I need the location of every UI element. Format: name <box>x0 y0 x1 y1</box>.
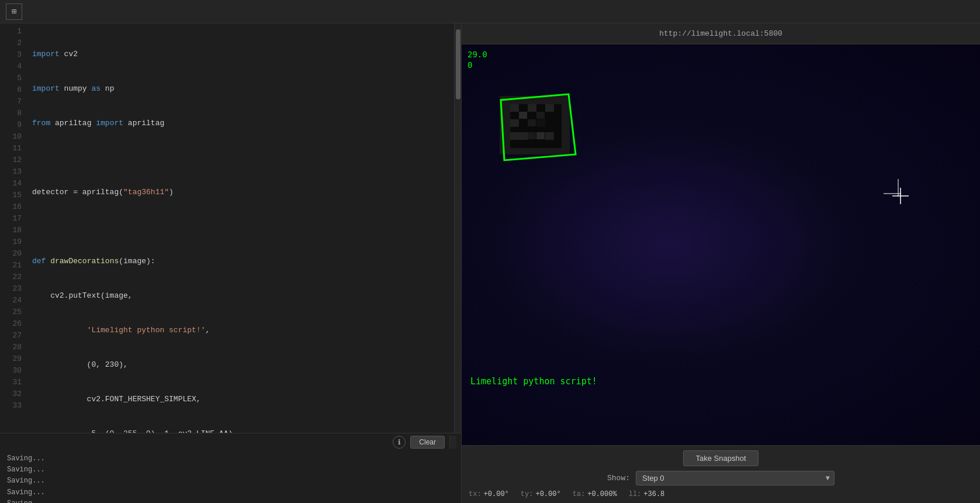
right-controls: Take Snapshot Show: Step 0 Step 1 Step 2… <box>462 445 980 503</box>
metric-ty-value: +0.00° <box>535 490 560 498</box>
svg-rect-13 <box>528 119 536 126</box>
clear-button[interactable]: Clear <box>410 436 445 449</box>
editor-panel: 12345 678910 1112131415 1617181920 21222… <box>0 23 462 503</box>
metric-tx: tx: +0.00° <box>469 490 509 498</box>
console-line-3: Saving... <box>7 476 454 487</box>
snapshot-row: Take Snapshot <box>469 450 973 466</box>
metric-ty-label: ty: <box>521 490 534 498</box>
console-line-4: Saving... <box>7 487 454 498</box>
console-output: Saving... Saving... Saving... Saving... … <box>0 451 461 503</box>
metric-ta-value: +0.000% <box>587 490 617 498</box>
overlay-number-2: 0 <box>468 60 487 70</box>
svg-rect-8 <box>510 132 519 140</box>
camera-url: http://limelight.local:5800 <box>659 29 782 38</box>
camera-overlay: 29.0 0 <box>468 49 487 70</box>
svg-rect-9 <box>519 132 528 140</box>
camera-view: 29.0 0 <box>462 44 980 445</box>
app-icon[interactable]: ⊞ <box>6 4 22 20</box>
april-tag <box>494 91 576 161</box>
console-line-5: Saving... <box>7 498 454 503</box>
metric-tx-value: +0.00° <box>484 490 509 498</box>
metric-ll-label: ll: <box>629 490 642 498</box>
svg-rect-10 <box>545 132 554 140</box>
svg-rect-15 <box>536 132 545 139</box>
svg-rect-11 <box>519 112 527 119</box>
line-numbers: 12345 678910 1112131415 1617181920 21222… <box>0 23 26 433</box>
camera-text: Limelight python script! <box>470 376 597 387</box>
console-area: ℹ Clear Saving... Saving... Saving... Sa… <box>0 433 461 503</box>
svg-rect-4 <box>528 104 536 112</box>
snapshot-button[interactable]: Take Snapshot <box>683 450 758 466</box>
top-bar: ⊞ <box>0 0 980 23</box>
code-area: 12345 678910 1112131415 1617181920 21222… <box>0 23 461 433</box>
console-toolbar: ℹ Clear <box>0 433 461 451</box>
show-label: Show: <box>607 474 630 483</box>
show-row: Show: Step 0 Step 1 Step 2 Step 3 ▼ <box>469 471 973 485</box>
metric-ty: ty: +0.00° <box>521 490 561 498</box>
metrics-row: tx: +0.00° ty: +0.00° ta: +0.000% ll: +3… <box>469 490 973 498</box>
metric-tx-label: tx: <box>469 490 482 498</box>
main-content: 12345 678910 1112131415 1617181920 21222… <box>0 23 980 503</box>
overlay-number-1: 29.0 <box>468 49 487 60</box>
console-line-2: Saving... <box>7 464 454 476</box>
camera-url-bar: http://limelight.local:5800 <box>462 23 980 44</box>
info-icon[interactable]: ℹ <box>393 436 406 449</box>
svg-rect-3 <box>510 104 519 112</box>
svg-rect-7 <box>536 119 545 127</box>
show-select-wrapper: Step 0 Step 1 Step 2 Step 3 ▼ <box>636 471 834 485</box>
scrollbar-thumb[interactable] <box>456 29 460 99</box>
metric-ta: ta: +0.000% <box>573 490 617 498</box>
metric-ll-value: +36.8 <box>643 490 664 498</box>
metric-ll: ll: +36.8 <box>629 490 665 498</box>
show-select[interactable]: Step 0 Step 1 Step 2 Step 3 <box>636 471 834 485</box>
svg-rect-5 <box>545 104 554 112</box>
editor-scrollbar[interactable] <box>454 23 461 433</box>
svg-rect-12 <box>536 112 545 119</box>
code-editor[interactable]: import cv2 import numpy as np from april… <box>26 23 454 433</box>
crosshair <box>892 188 904 199</box>
right-panel: http://limelight.local:5800 29.0 0 <box>462 23 980 503</box>
metric-ta-label: ta: <box>573 490 586 498</box>
svg-rect-14 <box>528 132 536 139</box>
console-line-1: Saving... <box>7 453 454 464</box>
svg-rect-6 <box>510 119 519 127</box>
